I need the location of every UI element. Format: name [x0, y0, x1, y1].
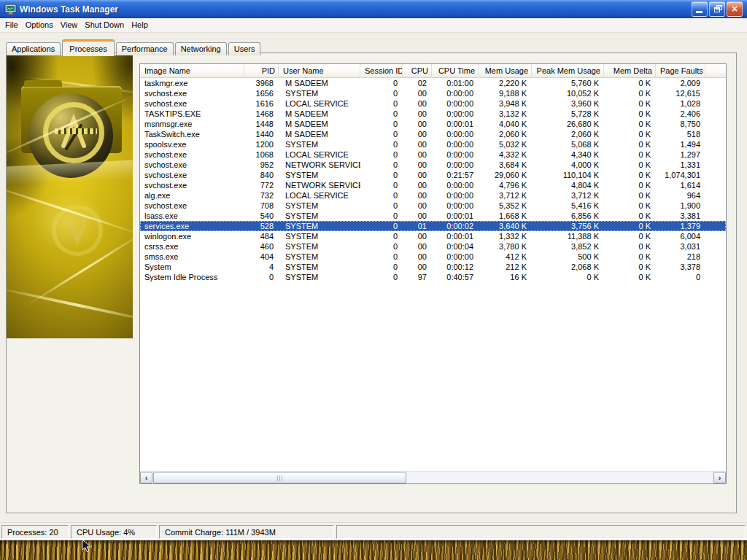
process-row[interactable]: alg.exe732LOCAL SERVICE0000:00:003,712 K… — [140, 190, 726, 201]
scroll-right-button[interactable]: › — [713, 472, 726, 483]
cell-mem-usage: 4,040 K — [479, 119, 532, 129]
process-row[interactable]: System4SYSTEM0000:00:12212 K2,068 K0 K3,… — [140, 262, 726, 272]
status-commit-charge: Commit Charge: 111M / 3943M — [159, 525, 334, 539]
tab-users[interactable]: Users — [228, 42, 261, 55]
process-row[interactable]: svchost.exe1616LOCAL SERVICE0000:00:003,… — [140, 98, 726, 109]
scrollbar-thumb[interactable] — [153, 472, 406, 483]
column-header-page-faults[interactable]: Page Faults — [656, 64, 705, 78]
cell-cpu-time: 0:01:00 — [432, 78, 479, 88]
cell-mem-usage: 3,684 K — [479, 160, 532, 170]
cell-mem-usage: 4,332 K — [479, 149, 532, 160]
restore-button[interactable] — [709, 1, 725, 17]
cell-peak-mem-usage: 5,760 K — [532, 78, 604, 88]
process-row[interactable]: msnmsgr.exe1448M SADEEM0000:00:014,040 K… — [140, 119, 726, 129]
column-header-mem-delta[interactable]: Mem Delta — [604, 64, 656, 78]
status-processes: Processes: 20 — [1, 525, 69, 539]
process-row[interactable]: svchost.exe772NETWORK SERVICE0000:00:004… — [140, 180, 726, 190]
process-row[interactable]: csrss.exe460SYSTEM0000:00:043,780 K3,852… — [140, 241, 726, 252]
cell-mem-delta: 0 K — [604, 160, 656, 170]
tab-processes[interactable]: Processes — [62, 39, 114, 56]
cell-peak-mem-usage: 500 K — [532, 252, 604, 262]
cell-peak-mem-usage: 3,852 K — [532, 241, 604, 252]
cell-peak-mem-usage: 10,052 K — [532, 88, 604, 98]
scrollbar-track[interactable] — [152, 472, 713, 483]
menu-view[interactable]: View — [57, 19, 82, 31]
status-cpu-usage: CPU Usage: 4% — [71, 525, 157, 539]
menu-options[interactable]: Options — [22, 19, 57, 31]
cell-user-name: LOCAL SERVICE — [279, 98, 360, 109]
cell-user-name: NETWORK SERVICE — [279, 180, 360, 190]
menu-shutdown[interactable]: Shut Down — [81, 19, 128, 31]
process-row[interactable]: taskmgr.exe3968M SADEEM0020:01:002,220 K… — [140, 78, 726, 88]
process-row[interactable]: System Idle Process0SYSTEM0970:40:5716 K… — [140, 272, 726, 282]
process-row[interactable]: svchost.exe708SYSTEM0000:00:005,352 K5,4… — [140, 201, 726, 211]
process-row[interactable]: svchost.exe1068LOCAL SERVICE0000:00:004,… — [140, 149, 726, 160]
cell-peak-mem-usage: 26,680 K — [532, 119, 604, 129]
cell-session-id: 0 — [360, 170, 403, 180]
cell-session-id: 0 — [360, 149, 403, 160]
process-row-selected[interactable]: services.exe528SYSTEM0010:00:023,640 K3,… — [140, 221, 726, 231]
cell-page-faults: 964 — [656, 190, 705, 201]
cell-cpu-time: 0:00:00 — [432, 180, 479, 190]
process-row[interactable]: TaskSwitch.exe1440M SADEEM0000:00:002,06… — [140, 129, 726, 139]
minimize-button[interactable] — [692, 1, 708, 17]
process-row[interactable]: TASKTIPS.EXE1468M SADEEM0000:00:003,132 … — [140, 109, 726, 119]
process-row[interactable]: svchost.exe952NETWORK SERVICE0000:00:003… — [140, 160, 726, 170]
cell-image-name: smss.exe — [140, 252, 244, 262]
cell-mem-delta: 0 K — [604, 211, 656, 221]
process-row[interactable]: lsass.exe540SYSTEM0000:00:011,668 K6,856… — [140, 211, 726, 221]
cell-page-faults: 3,378 — [656, 262, 705, 272]
cell-cpu-time: 0:00:00 — [432, 149, 479, 160]
cell-pid: 1448 — [244, 119, 279, 129]
cell-image-name: spoolsv.exe — [140, 139, 244, 149]
cell-mem-delta: 0 K — [604, 149, 656, 160]
tab-performance[interactable]: Performance — [116, 42, 174, 55]
cell-image-name: svchost.exe — [140, 149, 244, 160]
process-row[interactable]: spoolsv.exe1200SYSTEM0000:00:005,032 K5,… — [140, 139, 726, 149]
cell-mem-usage: 3,948 K — [479, 98, 532, 109]
cell-user-name: SYSTEM — [279, 241, 360, 252]
cell-mem-usage: 29,060 K — [479, 170, 532, 180]
column-header-mem-usage[interactable]: Mem Usage — [479, 64, 532, 78]
process-row[interactable]: svchost.exe1656SYSTEM0000:00:009,188 K10… — [140, 88, 726, 98]
column-header-pid[interactable]: PID — [244, 64, 279, 78]
cell-user-name: M SADEEM — [279, 129, 360, 139]
column-header-cpu-time[interactable]: CPU Time — [432, 64, 479, 78]
cell-cpu: 00 — [403, 139, 432, 149]
process-row[interactable]: smss.exe404SYSTEM0000:00:00412 K500 K0 K… — [140, 252, 726, 262]
cell-cpu: 00 — [403, 190, 432, 201]
cell-mem-usage: 4,796 K — [479, 180, 532, 190]
cell-session-id: 0 — [360, 180, 403, 190]
menu-file[interactable]: File — [1, 19, 22, 31]
tab-applications[interactable]: Applications — [6, 42, 61, 55]
cell-peak-mem-usage: 3,756 K — [532, 221, 604, 231]
column-header-cpu[interactable]: CPU — [403, 64, 432, 78]
cell-cpu: 00 — [403, 98, 432, 109]
cell-peak-mem-usage: 4,000 K — [532, 160, 604, 170]
column-header-image-name[interactable]: Image Name — [140, 64, 244, 78]
column-header-peak-mem-usage[interactable]: Peak Mem Usage — [532, 64, 604, 78]
menu-help[interactable]: Help — [128, 19, 152, 31]
column-header-session-id[interactable]: Session ID — [360, 64, 403, 78]
cell-mem-delta: 0 K — [604, 119, 656, 129]
cell-cpu: 00 — [403, 231, 432, 241]
status-filler — [336, 525, 746, 539]
cell-pid: 1468 — [244, 109, 279, 119]
cell-mem-delta: 0 K — [604, 170, 656, 180]
horizontal-scrollbar[interactable]: ‹ › — [140, 471, 726, 483]
tab-networking[interactable]: Networking — [175, 42, 227, 55]
cell-cpu-time: 0:00:00 — [432, 201, 479, 211]
cell-cpu-time: 0:00:02 — [432, 221, 479, 231]
cell-mem-usage: 2,060 K — [479, 129, 532, 139]
column-header-user-name[interactable]: User Name — [279, 64, 360, 78]
cell-cpu-time: 0:00:01 — [432, 231, 479, 241]
scroll-left-button[interactable]: ‹ — [140, 472, 152, 483]
close-button[interactable]: × — [727, 1, 743, 17]
cell-image-name: System — [140, 262, 244, 272]
titlebar[interactable]: Windows Task Manager × — [0, 0, 747, 18]
cell-user-name: SYSTEM — [279, 252, 360, 262]
process-row[interactable]: svchost.exe840SYSTEM0000:21:5729,060 K11… — [140, 170, 726, 180]
cell-session-id: 0 — [360, 98, 403, 109]
cell-cpu-time: 0:00:00 — [432, 88, 479, 98]
process-row[interactable]: winlogon.exe484SYSTEM0000:00:011,332 K11… — [140, 231, 726, 241]
